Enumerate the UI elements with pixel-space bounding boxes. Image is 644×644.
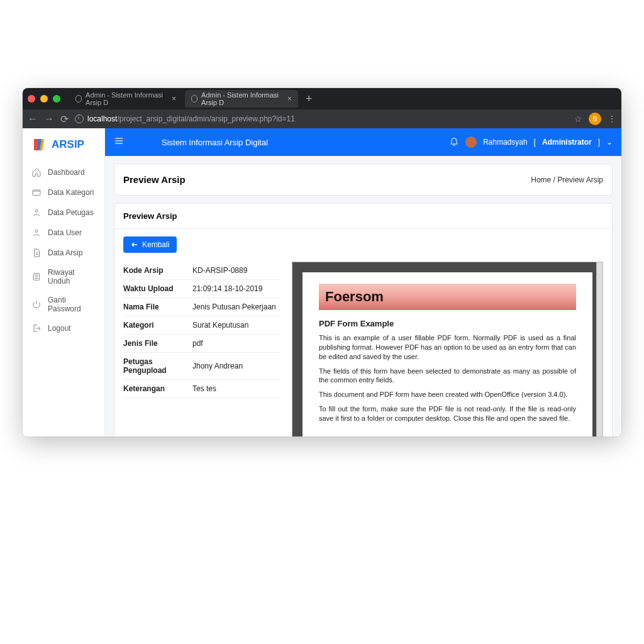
breadcrumb: Home / Preview Arsip	[531, 175, 603, 184]
kv-key: Petugas Pengupload	[123, 353, 192, 380]
app-root: ARSIP Dashboard Data Kategori Data Petug…	[23, 128, 621, 436]
role-open: [	[534, 138, 536, 147]
close-tab-icon[interactable]: ×	[287, 94, 292, 103]
kv-value: Surat Keputusan	[192, 316, 280, 335]
kv-value: Tes tes	[192, 380, 280, 398]
sidebar-item-user[interactable]: Data User	[23, 223, 104, 243]
sidebar-item-label: Data User	[48, 228, 82, 237]
home-icon	[31, 167, 42, 177]
topbar: Sistem Informasi Arsip Digital Rahmadsya…	[105, 128, 621, 156]
tab-title: Admin - Sistem Informasi Arsip D	[201, 91, 284, 106]
sidebar-item-label: Dashboard	[48, 168, 85, 177]
browser-tab-active[interactable]: Admin - Sistem Informasi Arsip D ×	[185, 90, 298, 108]
chevron-down-icon[interactable]: ⌄	[606, 138, 613, 147]
app-title: Sistem Informasi Arsip Digital	[162, 138, 268, 147]
browser-tab[interactable]: Admin - Sistem Informasi Arsip D ×	[69, 90, 182, 108]
globe-icon	[75, 95, 82, 103]
kv-value: pdf	[192, 335, 280, 353]
sidebar-item-dashboard[interactable]: Dashboard	[23, 162, 104, 182]
maximize-window-button[interactable]	[53, 95, 60, 103]
kv-key: Waktu Upload	[123, 280, 192, 298]
pdf-paragraph: To fill out the form, make sure the PDF …	[319, 404, 576, 423]
kv-key: Keterangan	[123, 380, 192, 398]
profile-badge[interactable]: B	[589, 113, 601, 125]
properties-table: Kode ArsipKD-ARSIP-0889 Waktu Upload21:0…	[123, 262, 280, 436]
kv-value: 21:09:14 18-10-2019	[192, 280, 280, 298]
sidebar-item-label: Data Petugas	[48, 208, 94, 217]
chrome-menu-icon[interactable]: ⋮	[608, 114, 616, 124]
kv-key: Jenis File	[123, 335, 192, 353]
kv-key: Nama File	[123, 298, 192, 316]
forward-icon[interactable]: →	[44, 113, 54, 125]
breadcrumb-sep: /	[551, 175, 557, 184]
new-tab-button[interactable]: +	[301, 92, 318, 106]
file-icon	[31, 248, 42, 258]
preview-card: Preview Arsip Kembali Kode ArsipKD-ARSIP…	[114, 203, 613, 436]
user-icon	[31, 228, 42, 238]
svg-point-1	[35, 209, 38, 212]
site-info-icon[interactable]	[75, 114, 84, 123]
reload-icon[interactable]: ⟳	[60, 113, 69, 125]
window-controls	[28, 95, 60, 103]
browser-window: Admin - Sistem Informasi Arsip D × Admin…	[23, 88, 621, 436]
pdf-page: Foersom PDF Form Example This is an exam…	[303, 272, 592, 436]
sidebar-item-kategori[interactable]: Data Kategori	[23, 182, 104, 203]
bookmark-icon[interactable]: ☆	[574, 114, 582, 124]
folder-icon	[31, 187, 42, 197]
breadcrumb-current: Preview Arsip	[557, 175, 603, 184]
sidebar-item-label: Riwayat Unduh	[48, 268, 96, 286]
back-button-label: Kembali	[142, 240, 169, 249]
sidebar-item-label: Ganti Password	[48, 296, 96, 313]
pdf-paragraph: This is an example of a user fillable PD…	[319, 333, 576, 362]
globe-icon	[191, 95, 197, 103]
kv-value: KD-ARSIP-0889	[192, 262, 280, 280]
sidebar-item-riwayat[interactable]: Riwayat Unduh	[23, 263, 104, 291]
browser-toolbar: ← → ⟳ localhost/project_arsip_digital/ad…	[23, 109, 621, 128]
logout-icon	[31, 323, 42, 333]
user-name: Rahmadsyah	[483, 138, 528, 147]
page-title: Preview Arsip	[123, 174, 186, 185]
sidebar-item-label: Logout	[48, 324, 71, 333]
kv-key: Kode Arsip	[123, 262, 192, 280]
back-icon[interactable]: ←	[28, 113, 38, 125]
close-window-button[interactable]	[28, 95, 35, 103]
brand-logo-icon	[31, 137, 47, 152]
page-header-card: Preview Arsip Home / Preview Arsip	[114, 164, 613, 196]
pdf-scrollbar[interactable]	[596, 262, 602, 436]
kv-value: Jhony Andrean	[192, 353, 280, 380]
url-host: localhost	[87, 114, 117, 123]
sidebar-item-logout[interactable]: Logout	[23, 318, 104, 338]
browser-tabbar: Admin - Sistem Informasi Arsip D × Admin…	[23, 88, 621, 109]
content-area: Sistem Informasi Arsip Digital Rahmadsya…	[105, 128, 621, 436]
kv-key: Kategori	[123, 316, 192, 335]
sidebar-item-label: Data Arsip	[48, 248, 82, 257]
arrow-left-icon	[131, 241, 138, 248]
pdf-banner-text: Foersom	[325, 289, 384, 305]
brand: ARSIP	[23, 137, 104, 162]
card-title: Preview Arsip	[114, 204, 612, 229]
list-icon	[31, 272, 42, 282]
close-tab-icon[interactable]: ×	[172, 94, 176, 103]
minimize-window-button[interactable]	[40, 95, 48, 103]
brand-text: ARSIP	[52, 138, 84, 151]
user-role: Administrator	[542, 138, 592, 147]
sidebar-item-label: Data Kategori	[48, 188, 94, 197]
breadcrumb-home[interactable]: Home	[531, 175, 551, 184]
sidebar-item-petugas[interactable]: Data Petugas	[23, 203, 104, 223]
tab-title: Admin - Sistem Informasi Arsip D	[86, 91, 168, 106]
pdf-preview-frame: Foersom PDF Form Example This is an exam…	[292, 262, 603, 436]
bell-icon[interactable]	[449, 136, 459, 148]
user-icon	[31, 208, 42, 218]
hamburger-icon[interactable]	[114, 136, 124, 148]
sidebar-item-password[interactable]: Ganti Password	[23, 291, 104, 318]
sidebar-item-arsip[interactable]: Data Arsip	[23, 243, 104, 263]
role-close: ]	[598, 138, 600, 147]
sidebar: ARSIP Dashboard Data Kategori Data Petug…	[23, 128, 105, 436]
pdf-paragraph: The fields of this form have been select…	[319, 367, 576, 386]
svg-point-2	[35, 230, 38, 232]
avatar[interactable]	[465, 136, 477, 148]
power-icon	[31, 299, 42, 309]
back-button[interactable]: Kembali	[123, 236, 177, 253]
address-bar[interactable]: localhost/project_arsip_digital/admin/ar…	[75, 114, 568, 123]
pdf-paragraph: This document and PDF form have been cre…	[319, 390, 576, 399]
